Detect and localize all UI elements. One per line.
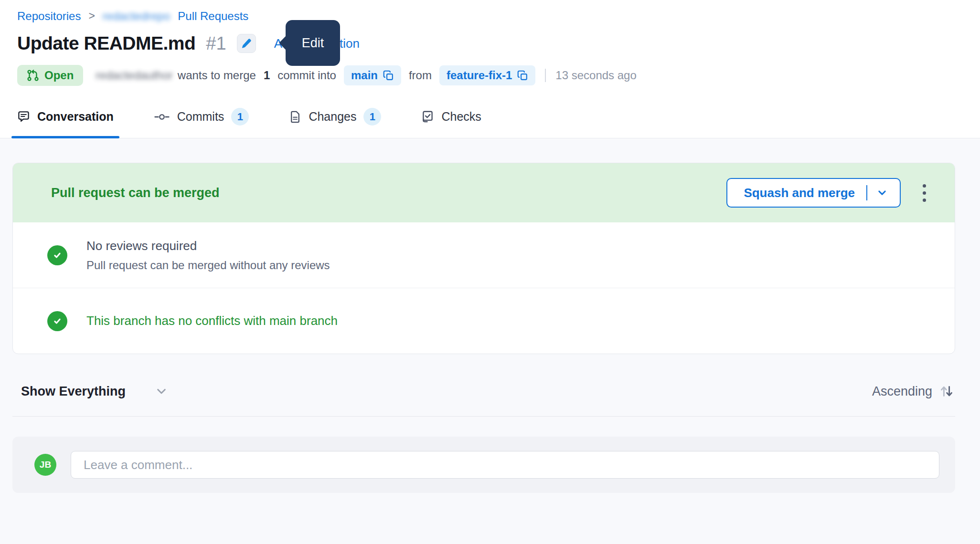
conflict-status-title: This branch has no conflicts with main b… <box>86 314 338 328</box>
from-label: from <box>409 69 432 82</box>
breadcrumb: Repositories > redactedrepo Pull Request… <box>17 10 955 23</box>
file-diff-icon <box>289 111 301 123</box>
pr-timestamp: 13 seconds ago <box>555 69 636 82</box>
checklist-icon <box>421 110 434 123</box>
tab-checks-label: Checks <box>441 110 481 124</box>
pr-status-badge: Open <box>17 65 83 86</box>
tab-commits[interactable]: Commits 1 <box>154 108 249 138</box>
kebab-dot <box>923 191 926 195</box>
merge-actions: Squash and merge <box>726 178 930 208</box>
conversation-content: Pull request can be merged Squash and me… <box>0 163 980 493</box>
conversation-icon <box>17 110 30 123</box>
commit-icon <box>154 112 170 122</box>
copy-branch-icon[interactable] <box>383 70 394 81</box>
merge-text-post: commit into <box>277 69 336 82</box>
pencil-icon <box>241 38 252 49</box>
breadcrumb-separator: > <box>88 10 95 22</box>
review-status-texts: No reviews required Pull request can be … <box>86 239 330 272</box>
pull-request-icon <box>27 69 39 82</box>
tab-changes-count-badge: 1 <box>363 108 381 126</box>
edit-tooltip: Edit <box>286 20 340 66</box>
sort-arrows-icon <box>939 384 954 399</box>
edit-title-button[interactable] <box>237 34 256 53</box>
base-branch-badge[interactable]: main <box>344 65 401 85</box>
merge-text-pre: wants to merge <box>178 69 256 82</box>
review-status-description: Pull request can be merged without any r… <box>86 259 330 272</box>
review-status-row: No reviews required Pull request can be … <box>13 222 955 288</box>
tab-commits-label: Commits <box>177 110 224 124</box>
pr-header: Repositories > redactedrepo Pull Request… <box>0 0 980 138</box>
breadcrumb-repo-link[interactable]: redactedrepo <box>103 10 170 23</box>
timeline-filter-dropdown[interactable]: Show Everything <box>21 384 168 399</box>
timeline-sort-label: Ascending <box>872 384 932 399</box>
kebab-dot <box>923 184 926 188</box>
merge-more-options-button[interactable] <box>919 180 930 206</box>
timeline-divider <box>12 416 955 417</box>
head-branch-label: feature-fix-1 <box>447 69 512 82</box>
head-branch-badge[interactable]: feature-fix-1 <box>439 65 535 85</box>
squash-and-merge-button[interactable]: Squash and merge <box>726 178 901 208</box>
pr-title: Update README.md <box>17 33 195 54</box>
comment-input[interactable] <box>71 451 939 479</box>
merge-commit-count: 1 <box>264 69 270 82</box>
pull-request-page: Repositories > redactedrepo Pull Request… <box>0 0 980 493</box>
conflict-status-row: This branch has no conflicts with main b… <box>13 288 955 354</box>
meta-divider <box>545 69 546 82</box>
check-circle-icon <box>47 311 67 331</box>
squash-and-merge-label: Squash and merge <box>744 186 855 200</box>
comment-panel: JB <box>12 437 955 493</box>
pr-author-redacted: redactedauthor <box>96 69 172 82</box>
breadcrumb-repositories-link[interactable]: Repositories <box>17 10 81 23</box>
tab-conversation[interactable]: Conversation <box>17 108 114 138</box>
base-branch-label: main <box>351 69 378 82</box>
timeline-controls: Show Everything Ascending <box>12 384 955 399</box>
check-circle-icon <box>47 245 67 265</box>
kebab-dot <box>923 199 926 202</box>
pr-title-row: Update README.md #1 Add description Edit <box>17 31 955 56</box>
copy-branch-icon[interactable] <box>517 70 528 81</box>
merge-status-card: Pull request can be merged Squash and me… <box>12 163 955 354</box>
chevron-down-icon <box>155 385 168 398</box>
tab-conversation-label: Conversation <box>37 110 114 124</box>
merge-banner: Pull request can be merged Squash and me… <box>13 163 955 222</box>
tab-checks[interactable]: Checks <box>421 108 481 138</box>
breadcrumb-pull-requests-link[interactable]: Pull Requests <box>178 10 248 23</box>
edit-tooltip-label: Edit <box>302 36 324 51</box>
tabs-bar: Conversation Commits 1 <box>0 108 980 138</box>
merge-button-divider <box>866 185 867 200</box>
merge-options-chevron-icon[interactable] <box>877 188 887 198</box>
tab-changes[interactable]: Changes 1 <box>289 108 381 138</box>
pr-number: #1 <box>206 33 226 54</box>
timeline-sort-button[interactable]: Ascending <box>872 384 954 399</box>
merge-status-heading: Pull request can be merged <box>51 186 220 200</box>
user-avatar: JB <box>34 454 56 476</box>
tab-changes-label: Changes <box>309 110 356 124</box>
pr-meta-row: Open redactedauthor wants to merge 1 com… <box>17 65 955 86</box>
review-status-title: No reviews required <box>86 239 330 253</box>
timeline-filter-label: Show Everything <box>21 384 126 399</box>
pr-status-label: Open <box>44 69 74 82</box>
tab-commits-count-badge: 1 <box>231 108 249 126</box>
